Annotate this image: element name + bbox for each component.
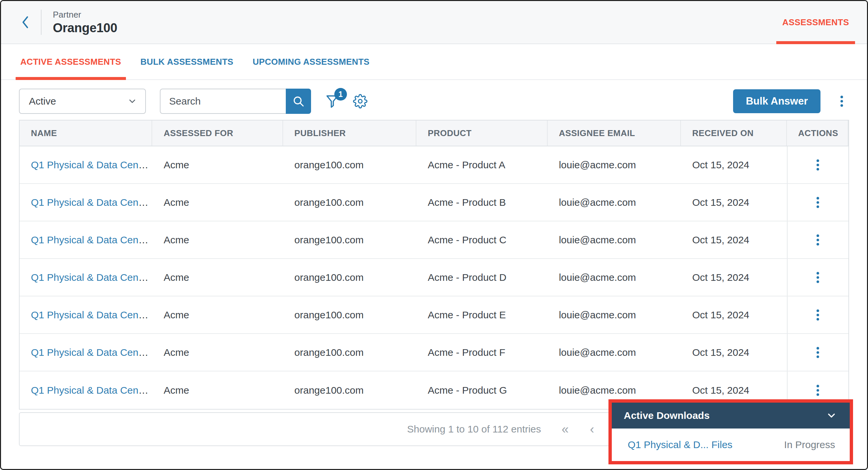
name-cell: Q1 Physical & Data Cen…	[20, 371, 152, 409]
assessment-name-link[interactable]: Q1 Physical & Data Cen…	[31, 234, 148, 246]
row-actions-kebab-icon[interactable]	[810, 195, 825, 210]
column-header: ASSIGNEE EMAIL	[548, 121, 681, 146]
product-cell: Acme - Product F	[416, 334, 547, 371]
status-filter-value: Active	[29, 96, 56, 107]
name-cell: Q1 Physical & Data Cen…	[20, 222, 152, 258]
assessments-table: NAME ASSESSED FOR PUBLISHER PRODUCT ASSI…	[19, 120, 849, 410]
name-cell: Q1 Physical & Data Cen…	[20, 334, 152, 371]
active-downloads-header[interactable]: Active Downloads	[612, 403, 850, 429]
tab-bar: ACTIVE ASSESSMENTS BULK ASSESSMENTS UPCO…	[1, 44, 867, 80]
publisher-cell: orange100.com	[283, 371, 416, 409]
assessment-name-link[interactable]: Q1 Physical & Data Cen…	[31, 347, 148, 358]
settings-button[interactable]	[353, 94, 368, 108]
actions-cell	[787, 184, 848, 221]
row-actions-kebab-icon[interactable]	[810, 383, 825, 398]
bulk-answer-button[interactable]: Bulk Answer	[733, 89, 820, 113]
assessment-name-link[interactable]: Q1 Physical & Data Cen…	[31, 159, 148, 171]
received-on-cell: Oct 15, 2024	[681, 334, 787, 371]
assignee-email-cell: louie@acme.com	[548, 146, 681, 183]
back-button[interactable]	[19, 12, 32, 32]
search-group	[160, 89, 311, 114]
row-actions-kebab-icon[interactable]	[810, 345, 825, 360]
received-on-cell: Oct 15, 2024	[681, 146, 787, 183]
assessed-for-cell: Acme	[152, 222, 283, 258]
toolbar: Active	[19, 89, 849, 114]
publisher-cell: orange100.com	[283, 259, 416, 296]
assessment-name-link[interactable]: Q1 Physical & Data Cen…	[31, 385, 148, 396]
table-row: Q1 Physical & Data Cen… Acme orange100.c…	[20, 259, 848, 296]
name-cell: Q1 Physical & Data Cen…	[20, 184, 152, 221]
collapse-chevron-down-icon[interactable]	[826, 410, 837, 421]
pagination-first-button[interactable]: «	[562, 423, 568, 435]
download-file-link[interactable]: Q1 Physical & D... Files	[628, 439, 733, 450]
received-on-cell: Oct 15, 2024	[681, 184, 787, 221]
download-status: In Progress	[784, 439, 835, 450]
assessments-tab-underline	[776, 41, 855, 44]
header-title-block: Partner Orange100	[53, 10, 117, 35]
row-actions-kebab-icon[interactable]	[810, 308, 825, 322]
table-row: Q1 Physical & Data Cen… Acme orange100.c…	[20, 334, 848, 371]
actions-cell	[787, 334, 848, 371]
active-downloads-title: Active Downloads	[624, 410, 710, 421]
pager-group: Showing 1 to 10 of 112 entries « ‹ 1	[407, 413, 631, 445]
status-filter-select[interactable]: Active	[19, 89, 146, 114]
assessments-corner-tab[interactable]: ASSESSMENTS	[782, 1, 849, 43]
filter-button[interactable]: 1	[324, 93, 340, 109]
chevron-left-icon	[19, 12, 32, 32]
actions-cell	[787, 146, 848, 183]
product-cell: Acme - Product E	[416, 296, 547, 333]
page-title: Orange100	[53, 21, 117, 35]
search-icon	[292, 95, 305, 107]
name-cell: Q1 Physical & Data Cen…	[20, 259, 152, 296]
header-divider	[41, 10, 41, 35]
actions-cell	[787, 296, 848, 333]
assessment-name-link[interactable]: Q1 Physical & Data Cen…	[31, 309, 148, 321]
row-actions-kebab-icon[interactable]	[810, 270, 825, 285]
row-actions-kebab-icon[interactable]	[810, 158, 825, 172]
download-item: Q1 Physical & D... Files In Progress	[612, 429, 850, 461]
table-row: Q1 Physical & Data Cen… Acme orange100.c…	[20, 222, 848, 259]
tab-upcoming-assessments[interactable]: UPCOMING ASSESSMENTS	[251, 44, 371, 79]
column-header: RECEIVED ON	[681, 121, 787, 146]
app-window: Partner Orange100 ASSESSMENTS ACTIVE ASS…	[0, 0, 868, 470]
name-cell: Q1 Physical & Data Cen…	[20, 146, 152, 183]
table-header-row: NAME ASSESSED FOR PUBLISHER PRODUCT ASSI…	[20, 121, 848, 146]
column-header: PUBLISHER	[283, 121, 416, 146]
search-button[interactable]	[286, 89, 311, 114]
column-header: PRODUCT	[416, 121, 547, 146]
assignee-email-cell: louie@acme.com	[548, 222, 681, 258]
product-cell: Acme - Product G	[416, 371, 547, 409]
assessed-for-cell: Acme	[152, 259, 283, 296]
product-cell: Acme - Product D	[416, 259, 547, 296]
publisher-cell: orange100.com	[283, 184, 416, 221]
actions-cell	[787, 259, 848, 296]
publisher-cell: orange100.com	[283, 222, 416, 258]
column-header: ASSESSED FOR	[152, 121, 283, 146]
pagination-prev-button[interactable]: ‹	[590, 423, 594, 435]
tab-active-assessments[interactable]: ACTIVE ASSESSMENTS	[19, 44, 123, 79]
chevron-down-icon	[127, 96, 137, 106]
assessed-for-cell: Acme	[152, 371, 283, 409]
table-row: Q1 Physical & Data Cen… Acme orange100.c…	[20, 296, 848, 334]
product-cell: Acme - Product C	[416, 222, 547, 258]
page-header: Partner Orange100 ASSESSMENTS	[1, 1, 867, 44]
assessment-name-link[interactable]: Q1 Physical & Data Cen…	[31, 197, 148, 208]
table-row: Q1 Physical & Data Cen… Acme orange100.c…	[20, 146, 848, 184]
kebab-menu-icon	[834, 94, 849, 108]
publisher-cell: orange100.com	[283, 296, 416, 333]
actions-cell	[787, 222, 848, 258]
row-actions-kebab-icon[interactable]	[810, 233, 825, 247]
name-cell: Q1 Physical & Data Cen…	[20, 296, 152, 333]
tab-bulk-assessments[interactable]: BULK ASSESSMENTS	[139, 44, 235, 79]
column-header: NAME	[20, 121, 152, 146]
assessment-name-link[interactable]: Q1 Physical & Data Cen…	[31, 272, 148, 283]
toolbar-kebab-menu[interactable]	[834, 94, 849, 108]
received-on-cell: Oct 15, 2024	[681, 259, 787, 296]
product-cell: Acme - Product B	[416, 184, 547, 221]
assignee-email-cell: louie@acme.com	[548, 259, 681, 296]
table-row: Q1 Physical & Data Cen… Acme orange100.c…	[20, 184, 848, 222]
assignee-email-cell: louie@acme.com	[548, 296, 681, 333]
publisher-cell: orange100.com	[283, 334, 416, 371]
received-on-cell: Oct 15, 2024	[681, 222, 787, 258]
column-header: ACTIONS	[787, 121, 848, 146]
